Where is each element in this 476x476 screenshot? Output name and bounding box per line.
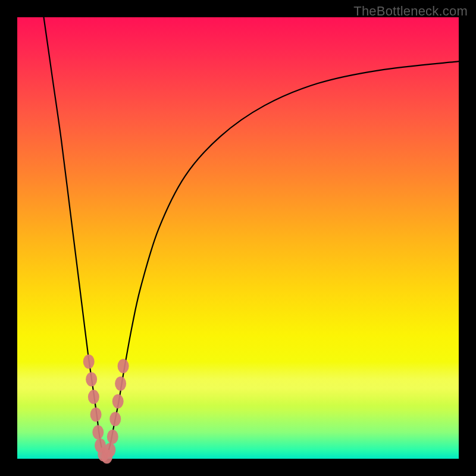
data-marker	[83, 355, 95, 369]
data-marker	[88, 390, 99, 404]
curve-layer	[17, 17, 459, 459]
data-marker	[118, 359, 129, 373]
data-marker	[104, 443, 115, 457]
data-marker	[90, 408, 102, 422]
data-marker	[107, 430, 118, 444]
data-marker	[115, 377, 126, 391]
data-marker	[86, 372, 97, 386]
watermark-text: TheBottleneck.com	[353, 4, 468, 19]
plot-area	[17, 17, 459, 459]
data-marker	[112, 394, 124, 409]
chart-frame: TheBottleneck.com	[0, 0, 476, 476]
data-marker	[109, 412, 121, 426]
curve-right-branch	[105, 61, 459, 459]
data-marker	[92, 425, 104, 439]
